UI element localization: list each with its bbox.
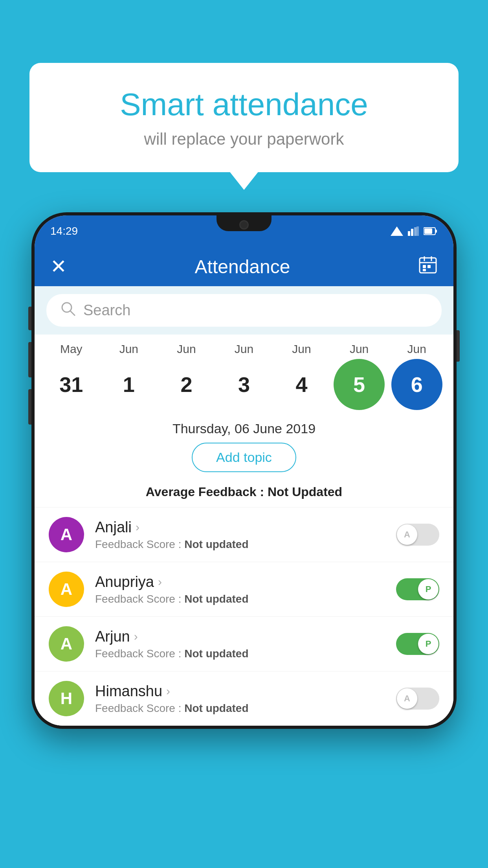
student-info-himanshu[interactable]: Himanshu › Feedback Score : Not updated: [95, 683, 385, 715]
avatar-anupriya: A: [49, 572, 84, 607]
speech-bubble-container: Smart attendance will replace your paper…: [29, 63, 459, 172]
student-name-arjun: Arjun ›: [95, 628, 385, 645]
camera-lens: [239, 220, 249, 230]
cal-day-2[interactable]: 2: [161, 359, 212, 410]
add-topic-button[interactable]: Add topic: [192, 443, 296, 472]
avg-feedback-label: Average Feedback :: [146, 485, 268, 499]
svg-line-16: [70, 311, 75, 315]
chevron-icon-himanshu: ›: [166, 684, 170, 698]
avatar-anjali: A: [49, 517, 84, 552]
wifi-icon: [391, 226, 403, 236]
cal-month-3: Jun: [218, 342, 270, 356]
svg-rect-7: [435, 230, 437, 233]
student-score-arjun: Feedback Score : Not updated: [95, 647, 385, 660]
cal-day-31[interactable]: 31: [46, 359, 97, 410]
status-bar: 14:29: [35, 215, 453, 247]
calendar-section: May Jun Jun Jun Jun Jun Jun 31 1 2 3 4 5…: [35, 335, 453, 414]
svg-rect-12: [423, 265, 426, 268]
signal-icon: [408, 226, 419, 236]
cal-month-6: Jun: [391, 342, 442, 356]
svg-rect-6: [424, 228, 432, 234]
attendance-toggle-anupriya[interactable]: P: [396, 578, 439, 600]
volume-up-button: [28, 307, 31, 330]
toggle-container-arjun[interactable]: P: [396, 633, 439, 655]
calendar-months: May Jun Jun Jun Jun Jun Jun: [35, 342, 453, 356]
student-score-anjali: Feedback Score : Not updated: [95, 538, 385, 551]
avatar-arjun: A: [49, 626, 84, 662]
average-feedback: Average Feedback : Not Updated: [35, 480, 453, 507]
phone-outer: 14:29: [31, 212, 457, 729]
chevron-icon-anjali: ›: [136, 520, 139, 534]
bubble-subtitle: will replace your paperwork: [57, 130, 431, 149]
cal-day-6[interactable]: 6: [391, 359, 442, 410]
toggle-container-anjali[interactable]: A: [396, 524, 439, 546]
volume-down-button: [28, 342, 31, 377]
add-topic-container: Add topic: [35, 440, 453, 480]
chevron-icon-arjun: ›: [134, 630, 138, 643]
svg-rect-14: [423, 269, 426, 271]
attendance-toggle-arjun[interactable]: P: [396, 633, 439, 655]
search-bar[interactable]: Search: [46, 294, 442, 327]
cal-day-4[interactable]: 4: [276, 359, 327, 410]
student-info-anupriya[interactable]: Anupriya › Feedback Score : Not updated: [95, 574, 385, 605]
student-item-anupriya: A Anupriya › Feedback Score : Not update…: [35, 562, 453, 616]
close-button[interactable]: ✕: [50, 255, 67, 278]
attendance-toggle-anjali[interactable]: A: [396, 524, 439, 546]
toggle-knob-himanshu: A: [397, 688, 417, 709]
student-name-anjali: Anjali ›: [95, 519, 385, 536]
toggle-knob-arjun: P: [418, 634, 438, 654]
toggle-container-anupriya[interactable]: P: [396, 578, 439, 600]
cal-month-1: Jun: [103, 342, 154, 356]
camera-button: [28, 389, 31, 425]
power-button: [457, 330, 460, 362]
calendar-button[interactable]: [418, 255, 438, 278]
battery-icon: [424, 227, 438, 235]
student-item-arjun: A Arjun › Feedback Score : Not updated P: [35, 616, 453, 671]
toggle-knob-anupriya: P: [418, 579, 438, 600]
student-info-arjun[interactable]: Arjun › Feedback Score : Not updated: [95, 628, 385, 660]
page-title: Attendance: [195, 256, 290, 278]
search-icon: [61, 301, 75, 320]
app-header: ✕ Attendance: [35, 247, 453, 286]
toggle-container-himanshu[interactable]: A: [396, 688, 439, 710]
bubble-title: Smart attendance: [57, 86, 431, 123]
avg-feedback-value: Not Updated: [268, 485, 342, 499]
attendance-toggle-himanshu[interactable]: A: [396, 688, 439, 710]
search-input-placeholder: Search: [83, 302, 130, 319]
svg-rect-4: [416, 226, 419, 236]
svg-rect-1: [408, 231, 410, 236]
svg-rect-13: [427, 265, 431, 268]
cal-day-1[interactable]: 1: [103, 359, 154, 410]
toggle-knob-anjali: A: [397, 524, 417, 545]
cal-day-3[interactable]: 3: [218, 359, 270, 410]
phone-screen: 14:29: [35, 215, 453, 726]
student-item-anjali: A Anjali › Feedback Score : Not updated …: [35, 507, 453, 562]
students-list: A Anjali › Feedback Score : Not updated …: [35, 507, 453, 726]
avatar-himanshu: H: [49, 681, 84, 716]
student-score-anupriya: Feedback Score : Not updated: [95, 593, 385, 605]
cal-day-5[interactable]: 5: [334, 359, 385, 410]
student-item-himanshu: H Himanshu › Feedback Score : Not update…: [35, 671, 453, 726]
cal-month-2: Jun: [161, 342, 212, 356]
student-score-himanshu: Feedback Score : Not updated: [95, 702, 385, 715]
student-name-anupriya: Anupriya ›: [95, 574, 385, 590]
speech-bubble: Smart attendance will replace your paper…: [29, 63, 459, 172]
selected-date-label: Thursday, 06 June 2019: [35, 414, 453, 440]
notch: [216, 215, 272, 231]
chevron-icon-anupriya: ›: [158, 575, 162, 588]
student-name-himanshu: Himanshu ›: [95, 683, 385, 700]
cal-month-5: Jun: [334, 342, 385, 356]
calendar-days: 31 1 2 3 4 5 6: [35, 359, 453, 410]
svg-marker-0: [391, 226, 403, 236]
status-time: 14:29: [50, 225, 78, 237]
cal-month-0: May: [46, 342, 97, 356]
svg-rect-2: [411, 229, 413, 236]
svg-rect-3: [414, 227, 416, 236]
student-info-anjali[interactable]: Anjali › Feedback Score : Not updated: [95, 519, 385, 551]
search-bar-container: Search: [35, 286, 453, 335]
phone-wrapper: 14:29: [31, 212, 457, 868]
cal-month-4: Jun: [276, 342, 327, 356]
status-icons: [391, 226, 438, 236]
